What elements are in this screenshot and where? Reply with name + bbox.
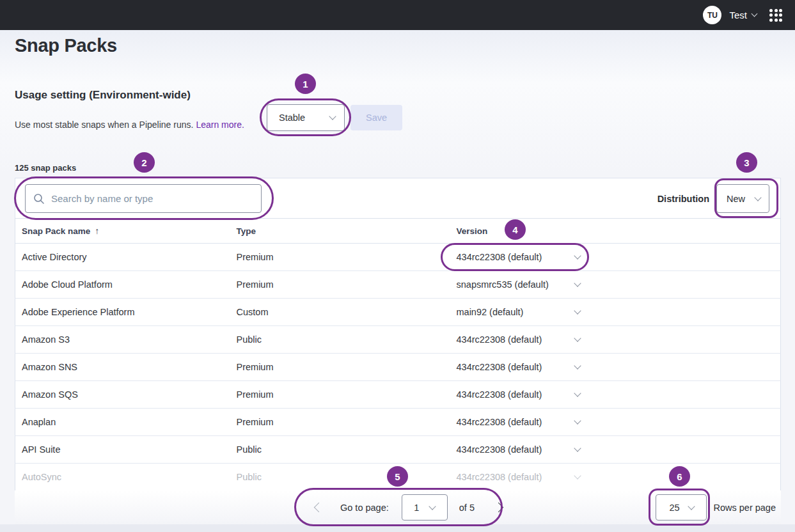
apps-grid-icon[interactable]: [769, 9, 782, 22]
rows-per-page-control: 25 Rows per page: [656, 494, 776, 520]
chevron-down-icon: [574, 307, 581, 314]
page-select-value: 1: [414, 503, 419, 513]
snap-pack-type: Premium: [237, 279, 274, 290]
annotation-badge-1: 1: [295, 74, 316, 94]
search-box[interactable]: [25, 184, 262, 213]
rows-per-page-select[interactable]: 25: [656, 494, 707, 520]
chevron-down-icon: [752, 11, 758, 17]
table-body: Active Directory Premium 434rc22308 (def…: [15, 244, 781, 491]
chevron-down-icon: [574, 417, 581, 424]
search-input[interactable]: [51, 193, 253, 204]
version-select-value: snapsmrc535 (default): [457, 279, 549, 290]
column-header-name[interactable]: Snap Pack name↑: [15, 219, 230, 244]
snap-pack-name: AutoSync: [22, 472, 61, 482]
learn-more-link[interactable]: Learn more.: [196, 120, 244, 130]
snap-pack-type: Public: [237, 472, 262, 482]
column-header-version[interactable]: Version: [450, 219, 781, 244]
environment-label: Test: [729, 10, 747, 20]
annotation-badge-6: 6: [669, 466, 690, 487]
table-row: API Suite Public 434rc22308 (default): [15, 436, 781, 464]
pagination: Go to page: 1 of 5: [315, 490, 502, 524]
topbar-right-group: TU Test: [703, 0, 782, 30]
snap-pack-name: Amazon SNS: [22, 362, 77, 372]
page: TU Test Snap Packs Usage setting (Enviro…: [0, 0, 795, 532]
table-header-row: Snap Pack name↑ Type Version: [15, 219, 781, 244]
snap-pack-count: 125 snap packs: [15, 163, 76, 173]
chevron-down-icon: [574, 279, 581, 286]
snap-pack-name: API Suite: [22, 444, 60, 455]
table-row: Adobe Cloud Platform Premium snapsmrc535…: [15, 271, 781, 299]
version-select[interactable]: snapsmrc535 (default): [457, 279, 580, 290]
distribution-filter: Distribution New: [657, 184, 769, 213]
version-select-value: 434rc22308 (default): [457, 334, 542, 345]
snap-pack-type: Premium: [237, 417, 274, 427]
version-select-value: 434rc22308 (default): [457, 252, 542, 262]
table-row: Anaplan Premium 434rc22308 (default): [15, 409, 781, 436]
chevron-down-icon: [574, 334, 581, 341]
annotation-badge-2: 2: [134, 152, 155, 173]
table-row: Active Directory Premium 434rc22308 (def…: [15, 244, 781, 271]
version-select[interactable]: 434rc22308 (default): [457, 389, 580, 400]
chevron-down-icon: [574, 472, 581, 479]
page-title: Snap Packs: [15, 35, 117, 56]
version-select-value: 434rc22308 (default): [457, 472, 542, 482]
distribution-select-value: New: [727, 194, 745, 204]
table-toolbar: Distribution New: [15, 178, 781, 218]
page-total-label: of 5: [459, 503, 475, 513]
chevron-down-icon: [574, 389, 581, 396]
snap-pack-name: Adobe Experience Platform: [22, 307, 135, 317]
table-row: Adobe Experience Platform Custom main92 …: [15, 299, 781, 326]
environment-menu[interactable]: Test: [729, 10, 757, 20]
previous-page-button[interactable]: [314, 503, 324, 513]
annotation-badge-3: 3: [736, 152, 757, 173]
version-select-value: main92 (default): [457, 307, 524, 317]
version-select[interactable]: 434rc22308 (default): [457, 252, 580, 262]
table-footer: Go to page: 1 of 5 25 Rows per page: [15, 490, 781, 524]
column-header-type[interactable]: Type: [230, 219, 450, 244]
distribution-label: Distribution: [657, 194, 709, 204]
chevron-down-icon: [754, 194, 761, 201]
chevron-down-icon: [329, 113, 336, 120]
snap-pack-type: Premium: [237, 252, 274, 262]
table-row: Amazon SNS Premium 434rc22308 (default): [15, 354, 781, 381]
avatar[interactable]: TU: [703, 6, 721, 24]
snap-pack-type: Public: [237, 444, 262, 455]
usage-setting-controls: Stable Save: [267, 104, 402, 131]
version-select[interactable]: 434rc22308 (default): [457, 417, 580, 427]
usage-setting-select-value: Stable: [279, 113, 305, 123]
snap-pack-name: Active Directory: [22, 252, 87, 262]
version-select[interactable]: 434rc22308 (default): [457, 444, 580, 455]
version-select-value: 434rc22308 (default): [457, 389, 542, 400]
snap-pack-type: Premium: [237, 362, 274, 372]
chevron-down-icon: [574, 444, 581, 451]
version-select[interactable]: 434rc22308 (default): [457, 472, 580, 482]
save-button[interactable]: Save: [350, 105, 402, 130]
usage-setting-description: Use most stable snaps when a Pipeline ru…: [15, 120, 244, 130]
snap-pack-type: Public: [237, 334, 262, 345]
search-icon: [33, 193, 45, 205]
usage-setting-select[interactable]: Stable: [267, 104, 345, 131]
annotation-badge-4: 4: [505, 219, 526, 240]
version-select[interactable]: 434rc22308 (default): [457, 334, 580, 345]
version-select[interactable]: main92 (default): [457, 307, 580, 317]
usage-setting-heading: Usage setting (Environment-wide): [15, 89, 191, 102]
version-select-value: 434rc22308 (default): [457, 417, 542, 427]
chevron-down-icon: [574, 362, 581, 369]
snap-pack-type: Premium: [237, 389, 274, 400]
distribution-select[interactable]: New: [716, 184, 769, 213]
snap-packs-table: Snap Pack name↑ Type Version Active Dire…: [15, 218, 781, 491]
version-select[interactable]: 434rc22308 (default): [457, 362, 580, 372]
snap-pack-name: Adobe Cloud Platform: [22, 279, 113, 290]
avatar-initials: TU: [707, 11, 718, 20]
description-text: Use most stable snaps when a Pipeline ru…: [15, 120, 193, 130]
chevron-down-icon: [429, 503, 436, 510]
table-row: Amazon S3 Public 434rc22308 (default): [15, 326, 781, 354]
sort-ascending-icon: ↑: [95, 226, 99, 236]
snap-pack-name: Amazon S3: [22, 334, 70, 345]
chevron-down-icon: [688, 503, 695, 510]
next-page-button[interactable]: [494, 503, 504, 513]
snap-pack-name: Anaplan: [22, 417, 56, 427]
page-select[interactable]: 1: [402, 494, 448, 520]
table-row: Amazon SQS Premium 434rc22308 (default): [15, 381, 781, 409]
annotation-badge-5: 5: [387, 466, 408, 487]
